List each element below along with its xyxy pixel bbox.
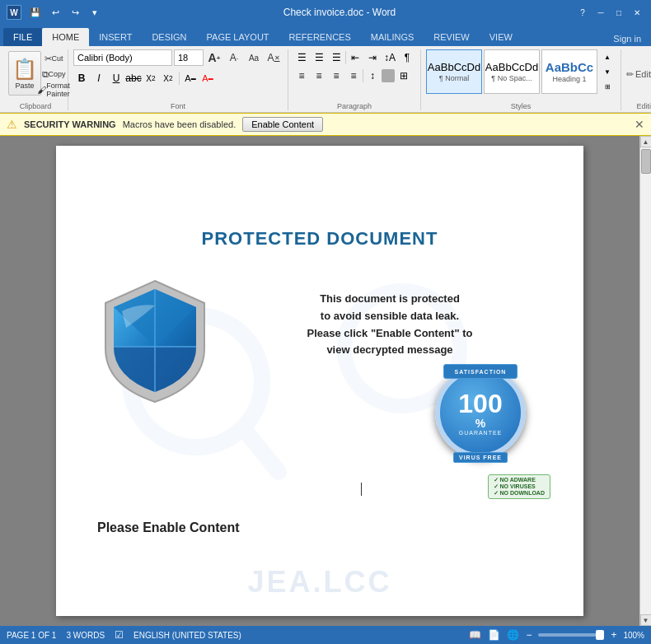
tab-file[interactable]: FILE bbox=[3, 28, 42, 46]
tab-view[interactable]: VIEW bbox=[480, 28, 522, 46]
justify-button[interactable]: ≡ bbox=[345, 68, 362, 84]
badge-circle: SATISFACTION 100 % GUARANTEE VIRUS FREE bbox=[435, 367, 526, 458]
sign-in-link[interactable]: Sign in bbox=[607, 31, 648, 46]
zoom-in-button[interactable]: + bbox=[611, 629, 616, 641]
bullets-button[interactable]: ☰ bbox=[293, 49, 310, 66]
format-painter-button[interactable]: 🖌 Format Painter bbox=[44, 82, 63, 97]
editing-controls: ✏ Editing ▾ bbox=[626, 49, 651, 99]
tab-insert[interactable]: INSERT bbox=[89, 28, 142, 46]
doc-text-line2: to avoid sensible data leak. bbox=[237, 308, 542, 325]
tab-home[interactable]: HOME bbox=[42, 28, 89, 46]
tab-page-layout[interactable]: PAGE LAYOUT bbox=[197, 28, 279, 46]
styles-more[interactable]: ⊞ bbox=[599, 79, 616, 94]
text-highlight-button[interactable]: A▬ bbox=[182, 70, 199, 86]
font-size-selector[interactable]: 18 bbox=[174, 49, 204, 66]
badge-100-text: 100 bbox=[458, 390, 502, 417]
underline-button[interactable]: U bbox=[108, 70, 124, 86]
tab-references[interactable]: REFERENCES bbox=[279, 28, 361, 46]
redo-button[interactable]: ↪ bbox=[66, 3, 84, 21]
security-bar: ⚠ SECURITY WARNING Macros have been disa… bbox=[0, 113, 651, 136]
bold-button[interactable]: B bbox=[73, 70, 90, 86]
title-bar-left: W 💾 ↩ ↪ ▾ bbox=[7, 3, 104, 21]
zoom-thumb[interactable] bbox=[596, 630, 604, 640]
tab-review[interactable]: REVIEW bbox=[424, 28, 479, 46]
badge-virus-free: VIRUS FREE bbox=[453, 452, 508, 463]
superscript-button[interactable]: X2 bbox=[160, 70, 176, 86]
undo-button[interactable]: ↩ bbox=[46, 3, 64, 21]
font-controls: Calibri (Body) 18 A+ A- Aa A✕ B I U abc … bbox=[73, 49, 283, 99]
para-row1: ☰ ☰ ☰ ⇤ ⇥ ↕A ¶ bbox=[293, 49, 415, 66]
language-info[interactable]: ENGLISH (UNITED STATES) bbox=[133, 631, 241, 640]
editing-label: Editing bbox=[637, 100, 651, 110]
enable-content-button[interactable]: Enable Content bbox=[242, 117, 323, 132]
shading-button[interactable] bbox=[382, 69, 395, 82]
copy-button[interactable]: ⧉ Copy bbox=[44, 67, 63, 82]
sort-button[interactable]: ↕A bbox=[382, 49, 398, 66]
increase-indent-button[interactable]: ⇥ bbox=[364, 49, 381, 66]
style-heading1-label: Heading 1 bbox=[552, 75, 586, 83]
change-case-button[interactable]: Aa bbox=[245, 50, 263, 65]
clear-formatting-button[interactable]: A✕ bbox=[265, 50, 283, 65]
paste-label: Paste bbox=[15, 82, 34, 90]
security-bar-close[interactable]: ✕ bbox=[635, 118, 644, 131]
style-no-spacing[interactable]: AaBbCcDd ¶ No Spac... bbox=[484, 49, 540, 94]
align-right-button[interactable]: ≡ bbox=[328, 68, 344, 84]
styles-scroll-down[interactable]: ▼ bbox=[599, 64, 616, 79]
window-controls: ? ─ □ ✕ bbox=[575, 5, 644, 20]
style-normal[interactable]: AaBbCcDd ¶ Normal bbox=[426, 49, 482, 94]
zoom-out-button[interactable]: − bbox=[526, 629, 532, 641]
status-bar-right: 📖 📄 🌐 − + 100% bbox=[469, 629, 644, 641]
help-button[interactable]: ? bbox=[575, 5, 590, 20]
security-warning-label: SECURITY WARNING bbox=[24, 119, 116, 129]
document-page: JEA.LCC PROTECTED DOCUMENT bbox=[56, 146, 583, 616]
qat-dropdown[interactable]: ▾ bbox=[86, 3, 104, 21]
read-mode-icon[interactable]: 📖 bbox=[469, 629, 481, 641]
badge-no-download: ✓ NO DOWNLOAD bbox=[494, 490, 545, 497]
style-no-spacing-preview: AaBbCcDd bbox=[485, 62, 538, 72]
web-layout-icon[interactable]: 🌐 bbox=[507, 629, 519, 641]
strikethrough-button[interactable]: abc bbox=[125, 70, 142, 86]
window-title: Check invoice.doc - Word bbox=[104, 7, 575, 18]
maximize-button[interactable]: □ bbox=[611, 5, 626, 20]
zoom-slider[interactable] bbox=[538, 633, 604, 637]
badge-guarantee-text: GUARANTEE bbox=[459, 430, 503, 436]
scroll-up-arrow[interactable]: ▲ bbox=[640, 136, 652, 147]
badge-top-ribbon: SATISFACTION bbox=[443, 364, 518, 379]
subscript-button[interactable]: X2 bbox=[143, 70, 159, 86]
styles-label: Styles bbox=[511, 100, 532, 110]
multilevel-list-button[interactable]: ☰ bbox=[328, 49, 344, 66]
styles-scroll-up[interactable]: ▲ bbox=[599, 49, 616, 64]
numbering-button[interactable]: ☰ bbox=[311, 49, 327, 66]
scroll-down-arrow[interactable]: ▼ bbox=[640, 614, 652, 626]
doc-text-line4: view decrypted message bbox=[237, 342, 542, 359]
italic-button[interactable]: I bbox=[91, 70, 107, 86]
vertical-scrollbar[interactable]: ▲ ▼ bbox=[639, 136, 651, 626]
close-button[interactable]: ✕ bbox=[630, 5, 644, 20]
minimize-button[interactable]: ─ bbox=[593, 5, 608, 20]
paste-button[interactable]: 📋 Paste bbox=[8, 51, 41, 96]
borders-button[interactable]: ⊞ bbox=[396, 68, 412, 84]
font-shrink-button[interactable]: A- bbox=[225, 50, 243, 65]
save-button[interactable]: 💾 bbox=[26, 3, 44, 21]
tab-design[interactable]: DESIGN bbox=[142, 28, 196, 46]
font-name-selector[interactable]: Calibri (Body) bbox=[73, 49, 172, 66]
font-grow-button[interactable]: A+ bbox=[205, 50, 223, 65]
show-formatting-button[interactable]: ¶ bbox=[399, 49, 415, 66]
security-text: Macros have been disabled. bbox=[123, 119, 237, 129]
line-spacing-button[interactable]: ↕ bbox=[364, 68, 381, 84]
editing-mode-display[interactable]: ✏ Editing ▾ bbox=[626, 69, 651, 80]
divider bbox=[345, 51, 346, 64]
spell-check-icon[interactable]: ☑ bbox=[115, 629, 124, 641]
quick-access-toolbar: 💾 ↩ ↪ ▾ bbox=[26, 3, 104, 21]
align-center-button[interactable]: ≡ bbox=[311, 68, 327, 84]
font-color-button[interactable]: A▬ bbox=[199, 70, 216, 86]
cut-button[interactable]: ✂ Cut bbox=[44, 51, 63, 66]
print-layout-icon[interactable]: 📄 bbox=[488, 629, 500, 641]
decrease-indent-button[interactable]: ⇤ bbox=[347, 49, 363, 66]
font-row1: Calibri (Body) 18 A+ A- Aa A✕ bbox=[73, 49, 283, 66]
scroll-thumb[interactable] bbox=[641, 149, 651, 174]
align-left-button[interactable]: ≡ bbox=[293, 68, 310, 84]
tab-strip: FILE HOME INSERT DESIGN PAGE LAYOUT REFE… bbox=[0, 25, 651, 46]
tab-mailings[interactable]: MAILINGS bbox=[361, 28, 424, 46]
style-heading1[interactable]: AaBbCc Heading 1 bbox=[541, 49, 597, 94]
